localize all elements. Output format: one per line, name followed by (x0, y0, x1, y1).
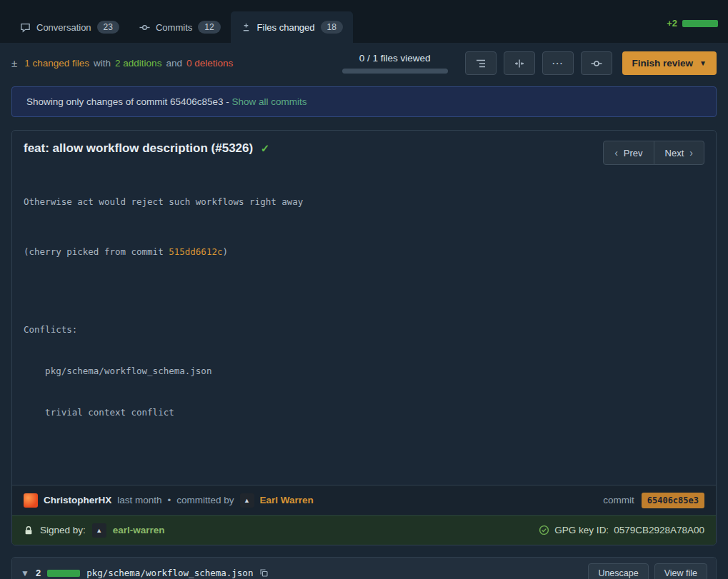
diff-plusminus-icon: ± (11, 57, 17, 69)
author-avatar[interactable] (24, 493, 38, 508)
summary-word: with (94, 58, 111, 69)
gpg-key-id: 0579CB2928A78A00 (614, 525, 704, 535)
view-file-button[interactable]: View file (654, 563, 707, 579)
diff-options-button[interactable]: ⋯ (542, 51, 574, 75)
changed-files-count: 1 changed files (24, 58, 89, 69)
chevron-left-icon: ‹ (614, 147, 618, 158)
commit-message-line: Otherwise act would reject such workflow… (24, 195, 704, 208)
files-changed-count-badge: 18 (321, 21, 343, 34)
signed-by-label: Signed by: (40, 525, 86, 535)
tab-commits-label: Commits (156, 22, 192, 33)
show-all-commits-link[interactable]: Show all commits (231, 96, 306, 107)
diff-file-header: ▼ 2 pkg/schema/workflow_schema.json Unes… (12, 558, 716, 579)
commit-author-row: ChristopherHX last month • committed by … (12, 485, 716, 515)
file-diffstat-bar (47, 570, 80, 577)
diff-file-box: ▼ 2 pkg/schema/workflow_schema.json Unes… (11, 557, 717, 579)
committed-by-text: committed by (176, 495, 234, 505)
next-label: Next (665, 148, 684, 158)
ci-success-check-icon[interactable]: ✓ (261, 142, 270, 154)
tab-files-changed-label: Files changed (257, 22, 315, 33)
commit-icon (139, 22, 150, 33)
files-viewed-group: 0 / 1 files viewed (342, 53, 448, 74)
author-name-link[interactable]: ChristopherHX (44, 495, 111, 505)
conversation-count-badge: 23 (97, 21, 119, 34)
tab-commits[interactable]: Commits 12 (129, 11, 231, 43)
signer-name-link[interactable]: earl-warren (113, 525, 165, 535)
commit-card: feat: allow workflow description (#5326)… (11, 130, 717, 545)
diffstat-bar (682, 20, 718, 27)
conversation-icon (20, 22, 31, 33)
pr-diffstat: +2 (667, 18, 718, 43)
files-viewed-progressbar (342, 69, 448, 74)
diff-summary-text: ± 1 changed files with 2 additions and 0… (11, 57, 233, 69)
ellipsis-icon: ⋯ (552, 56, 564, 70)
file-lines-changed-count: 2 (36, 568, 41, 578)
commit-word: commit (603, 495, 634, 505)
tab-files-changed[interactable]: Files changed 18 (231, 11, 353, 43)
finish-review-label: Finish review (632, 58, 694, 69)
pr-tab-strip: Conversation 23 Commits 12 Files changed… (0, 0, 728, 43)
commit-sha-badge[interactable]: 65406c85e3 (642, 493, 704, 508)
diff-summary-toolbar: ± 1 changed files with 2 additions and 0… (0, 43, 728, 82)
tab-conversation[interactable]: Conversation 23 (10, 11, 129, 43)
cherry-pick-sha-link[interactable]: 515dd6612c (169, 246, 222, 257)
prev-commit-button[interactable]: ‹ Prev (603, 141, 654, 165)
unescape-button[interactable]: Unescape (588, 563, 648, 579)
commit-signed-row: Signed by: ▲ earl-warren GPG key ID: 057… (12, 515, 716, 545)
whitespace-toggle-button[interactable] (504, 51, 535, 75)
deletions-count: 0 deletions (186, 58, 233, 69)
commit-message-line: (cherry picked from commit 515dd6612c) (24, 245, 704, 258)
chevron-down-icon: ▼ (699, 59, 707, 67)
file-tree-toggle-button[interactable] (465, 51, 497, 75)
tab-conversation-label: Conversation (36, 22, 91, 33)
summary-word: and (166, 58, 182, 69)
signer-avatar[interactable]: ▲ (92, 523, 106, 538)
commit-title: feat: allow workflow description (#5326) (24, 141, 253, 155)
finish-review-button[interactable]: Finish review ▼ (622, 51, 717, 75)
commit-icon (591, 58, 602, 69)
commit-time: last month (117, 495, 161, 505)
dot-separator: • (168, 495, 171, 505)
files-viewed-label: 0 / 1 files viewed (359, 53, 431, 64)
lock-icon (24, 525, 34, 535)
commit-message: Otherwise act would reject such workflow… (24, 167, 704, 475)
chevron-right-icon: › (689, 147, 693, 158)
commit-filter-banner: Showing only changes of commit 65406c85e… (11, 86, 717, 117)
prev-label: Prev (624, 148, 643, 158)
commit-pager: ‹ Prev Next › (603, 141, 704, 165)
additions-count: 2 additions (115, 58, 161, 69)
gpg-key-label: GPG key ID: (554, 525, 609, 535)
next-commit-button[interactable]: Next › (654, 141, 704, 165)
copy-filename-icon[interactable] (259, 568, 269, 578)
diffstat-additions-text: +2 (667, 18, 677, 29)
diff-icon (241, 22, 251, 33)
collapse-file-chevron-icon[interactable]: ▼ (21, 568, 29, 578)
commits-count-badge: 12 (198, 21, 220, 34)
commit-message-conflicts: Conflicts: pkg/schema/workflow_schema.js… (24, 295, 704, 447)
verified-check-icon (539, 525, 549, 535)
committer-name-link[interactable]: Earl Warren (260, 495, 314, 505)
whitespace-icon (514, 58, 525, 69)
file-tree-icon (475, 58, 487, 69)
committer-avatar[interactable]: ▲ (240, 493, 254, 508)
commit-select-button[interactable] (581, 51, 612, 75)
banner-text: Showing only changes of commit 65406c85e… (26, 96, 229, 107)
file-name-link[interactable]: pkg/schema/workflow_schema.json (86, 568, 253, 578)
